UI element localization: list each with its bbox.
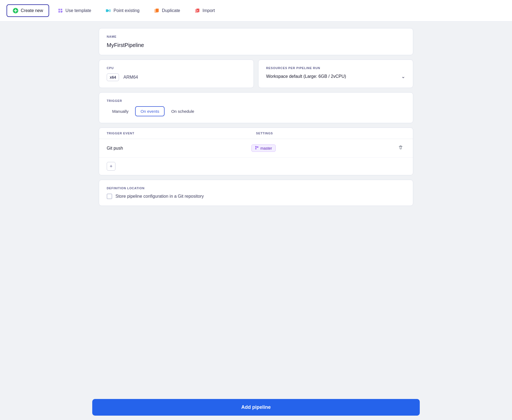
cpu-badge[interactable]: x64 (107, 73, 119, 81)
trigger-event-col-label: TRIGGER EVENT (107, 132, 256, 135)
branch-label: master (260, 146, 272, 150)
trigger-event-header: TRIGGER EVENT SETTINGS (99, 128, 413, 139)
definition-location-card: DEFINITION LOCATION Store pipeline confi… (99, 180, 413, 206)
cpu-options: x64 ARM64 (107, 73, 246, 81)
trigger-on-schedule-label: On schedule (171, 109, 194, 114)
trigger-on-events-label: On events (141, 109, 159, 114)
tab-point-existing-label: Point existing (114, 8, 139, 13)
svg-rect-6 (156, 8, 159, 12)
import-icon (194, 8, 200, 14)
trigger-on-schedule-btn[interactable]: On schedule (166, 106, 200, 116)
add-trigger-row: + (99, 158, 413, 175)
branch-icon (255, 146, 259, 150)
svg-point-10 (255, 149, 256, 149)
footer-bar: Add pipeline (0, 395, 512, 420)
definition-location-checkbox-label: Store pipeline configuration in a Git re… (115, 194, 204, 199)
content-area: NAME CPU x64 ARM64 RESOURCES PER PIPELIN… (92, 22, 420, 239)
definition-location-label: DEFINITION LOCATION (107, 187, 405, 190)
point-existing-icon (105, 8, 111, 14)
tab-duplicate[interactable]: Duplicate (148, 4, 186, 17)
trigger-event-row: Git push master (99, 139, 413, 158)
name-label: NAME (107, 35, 405, 38)
cpu-label: CPU (107, 66, 246, 70)
resources-card: RESOURCES PER PIPELINE RUN Workspace def… (258, 60, 413, 88)
definition-location-row: Store pipeline configuration in a Git re… (107, 194, 405, 199)
tab-duplicate-label: Duplicate (162, 8, 180, 13)
create-new-icon (13, 8, 19, 14)
svg-rect-4 (109, 9, 111, 12)
svg-rect-3 (106, 9, 108, 12)
tab-create-new[interactable]: Create new (7, 4, 49, 17)
resources-select[interactable]: Workspace default (Large: 6GB / 2vCPU) ⌄ (266, 73, 405, 79)
trigger-manually-btn[interactable]: Manually (107, 106, 134, 116)
duplicate-icon (154, 8, 160, 14)
tab-use-template[interactable]: Use template (51, 4, 97, 17)
tab-create-new-label: Create new (21, 8, 43, 13)
tab-use-template-label: Use template (66, 8, 91, 13)
name-card: NAME (99, 28, 413, 55)
tab-point-existing[interactable]: Point existing (99, 4, 145, 17)
resources-label: RESOURCES PER PIPELINE RUN (266, 66, 405, 70)
cpu-card: CPU x64 ARM64 (99, 60, 254, 88)
chevron-down-icon: ⌄ (401, 73, 405, 79)
name-input[interactable] (107, 42, 405, 48)
cpu-resources-row: CPU x64 ARM64 RESOURCES PER PIPELINE RUN… (99, 60, 413, 88)
tab-import-label: Import (203, 8, 215, 13)
branch-badge[interactable]: master (251, 144, 276, 152)
trigger-on-events-btn[interactable]: On events (135, 106, 165, 116)
resources-value: Workspace default (Large: 6GB / 2vCPU) (266, 74, 346, 79)
trigger-card: TRIGGER Manually On events On schedule (99, 92, 413, 123)
tab-import[interactable]: Import (188, 4, 221, 17)
definition-location-checkbox[interactable] (107, 194, 112, 199)
trigger-options: Manually On events On schedule (107, 106, 405, 116)
settings-col-label: SETTINGS (256, 132, 405, 135)
trigger-label: TRIGGER (107, 99, 405, 102)
tab-bar: Create new Use template Point existing (0, 0, 512, 22)
branch-badge-container: master (251, 144, 396, 152)
cpu-architecture: ARM64 (123, 75, 138, 80)
use-template-icon (57, 8, 63, 14)
trigger-event-card: TRIGGER EVENT SETTINGS Git push (99, 128, 413, 175)
git-push-label: Git push (107, 146, 251, 151)
delete-trigger-btn[interactable] (396, 144, 405, 152)
add-trigger-btn[interactable]: + (107, 162, 115, 171)
add-pipeline-btn[interactable]: Add pipeline (92, 399, 420, 416)
trigger-manually-label: Manually (112, 109, 129, 114)
